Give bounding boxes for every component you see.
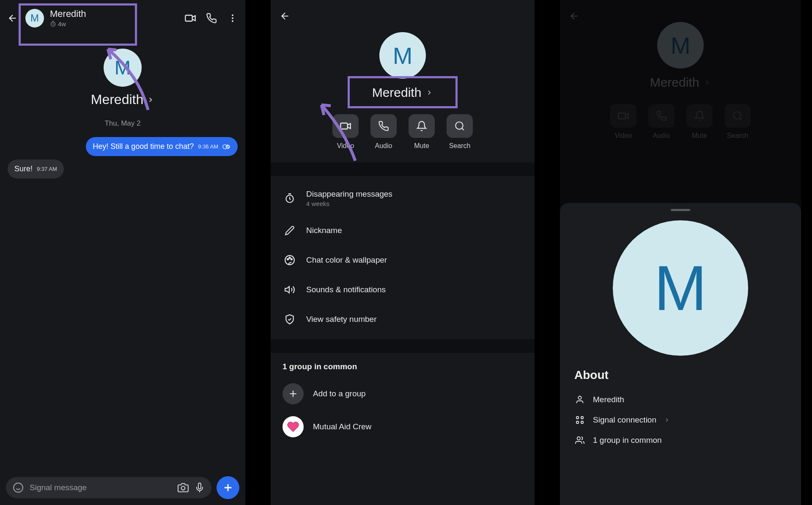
add-to-group-button[interactable]: Add to a group [271, 377, 535, 410]
svg-point-19 [578, 396, 581, 399]
video-call-button[interactable] [184, 12, 196, 24]
sounds-row[interactable]: Sounds & notifications [281, 275, 524, 305]
search-icon [454, 121, 465, 132]
contact-detail-screen: M Meredith Video Audio Mute Search Disap… [271, 0, 535, 505]
back-button[interactable] [279, 10, 291, 22]
svg-marker-16 [285, 286, 289, 293]
disappearing-messages-row[interactable]: Disappearing messages 4 weeks [281, 181, 524, 216]
message-text: Hey! Still a good time to chat? [93, 142, 194, 151]
avatar-xl: M [613, 220, 748, 356]
svg-point-15 [291, 258, 292, 260]
message-row[interactable]: Hey! Still a good time to chat? 9:36 AM [0, 135, 245, 158]
camera-icon[interactable] [178, 482, 189, 493]
about-bottom-sheet: M About Meredith Signal connection 1 gro… [560, 203, 801, 505]
about-name-row: Meredith [574, 390, 787, 410]
svg-point-7 [14, 483, 23, 492]
svg-point-22 [576, 421, 579, 424]
video-icon [184, 12, 196, 24]
date-separator: Thu, May 2 [0, 119, 245, 128]
avatar-large[interactable]: M [379, 32, 426, 79]
group-item[interactable]: Mutual Aid Crew [271, 410, 535, 443]
chevron-right-icon [147, 96, 154, 104]
svg-point-2 [232, 14, 233, 16]
avatar: M [25, 9, 44, 27]
connections-icon [574, 414, 585, 425]
group-avatar [283, 416, 304, 437]
arrow-left-icon [7, 13, 18, 24]
header-contact-button[interactable]: M Meredith 4w [25, 8, 178, 27]
svg-point-23 [581, 421, 584, 424]
message-text: Sure! [14, 165, 33, 173]
svg-rect-1 [185, 15, 192, 21]
svg-point-20 [576, 417, 579, 419]
mute-action-button[interactable]: Mute [409, 114, 435, 150]
back-button[interactable] [7, 12, 19, 24]
audio-call-button[interactable] [206, 12, 217, 24]
svg-point-3 [232, 17, 233, 19]
palette-icon [283, 254, 296, 266]
groups-icon [574, 435, 585, 446]
svg-point-21 [581, 417, 584, 419]
svg-rect-9 [340, 123, 347, 129]
groups-in-common-row[interactable]: 1 group in common [574, 430, 787, 450]
svg-point-8 [181, 486, 185, 490]
contact-name-button[interactable]: Meredith [0, 92, 245, 107]
settings-list: Disappearing messages 4 weeks Nickname C… [271, 176, 535, 339]
action-buttons-row: Video Audio Mute Search [271, 112, 535, 162]
signal-connection-row[interactable]: Signal connection [574, 410, 787, 430]
phone-icon [206, 13, 217, 24]
heart-icon [287, 420, 299, 433]
svg-point-13 [287, 258, 288, 260]
attach-button[interactable] [217, 476, 239, 499]
microphone-icon[interactable] [195, 483, 205, 493]
disappearing-timer: 4w [50, 20, 86, 27]
placeholder-text: Signal message [30, 483, 87, 492]
chat-color-row[interactable]: Chat color & wallpaper [281, 245, 524, 275]
search-action-button[interactable]: Search [447, 114, 473, 150]
svg-point-10 [455, 122, 463, 129]
safety-number-row[interactable]: View safety number [281, 305, 524, 334]
message-time: 9:36 AM [198, 143, 218, 150]
video-icon [340, 120, 351, 132]
timer-icon [283, 192, 296, 205]
contact-name: Meredith [50, 8, 86, 19]
about-sheet-screen: M Meredith Video Audio Mute Search M Abo… [560, 0, 801, 505]
groups-in-common-header: 1 group in common [271, 353, 535, 377]
avatar-medium: M [104, 49, 142, 87]
section-divider [271, 339, 535, 353]
svg-point-14 [289, 257, 290, 258]
sheet-drag-handle[interactable] [671, 209, 690, 211]
pencil-icon [283, 224, 296, 237]
chat-header: M Meredith 4w [0, 0, 245, 36]
contact-name-button[interactable]: Meredith [271, 85, 535, 100]
chevron-right-icon [664, 417, 670, 423]
nickname-row[interactable]: Nickname [281, 216, 524, 245]
shield-icon [283, 313, 296, 326]
svg-point-4 [232, 20, 233, 22]
message-input[interactable]: Signal message [6, 477, 211, 498]
section-divider [271, 162, 535, 176]
chevron-right-icon [425, 89, 433, 96]
emoji-icon[interactable] [13, 482, 24, 493]
dots-vertical-icon [228, 13, 238, 23]
more-options-button[interactable] [227, 12, 239, 24]
plus-icon [222, 482, 234, 494]
speaker-icon [283, 283, 296, 296]
audio-action-button[interactable]: Audio [370, 114, 397, 150]
arrow-left-icon [280, 11, 291, 22]
chat-screen: M Meredith 4w M Meredith Thu [0, 0, 245, 505]
timer-icon [50, 21, 56, 27]
about-header: About [574, 368, 787, 382]
video-action-button[interactable]: Video [332, 114, 359, 150]
message-composer: Signal message [6, 476, 239, 499]
phone-icon [378, 121, 389, 132]
message-time: 9:37 AM [37, 166, 57, 172]
person-icon [574, 394, 585, 405]
read-receipt-icon [222, 144, 231, 150]
svg-point-24 [577, 437, 580, 440]
bell-icon [416, 121, 427, 132]
message-row[interactable]: Sure! 9:37 AM [0, 158, 245, 180]
plus-circle-icon [283, 383, 304, 404]
